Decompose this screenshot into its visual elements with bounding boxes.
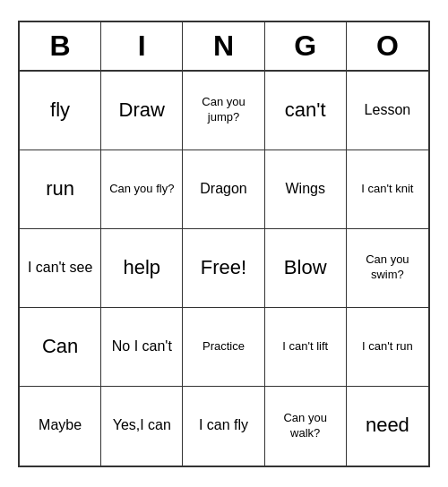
cell-text: Draw [119, 98, 165, 124]
cell-text: run [46, 176, 74, 202]
cell-text: can't [285, 98, 326, 124]
cell-text: Blow [284, 255, 327, 281]
bingo-cell[interactable]: need [347, 387, 428, 466]
cell-text: I can't see [28, 259, 92, 278]
cell-text: Dragon [200, 180, 246, 199]
cell-text: I can't knit [361, 182, 413, 197]
bingo-cell[interactable]: fly [20, 72, 101, 150]
cell-text: help [123, 255, 160, 281]
cell-text: Wings [285, 180, 324, 199]
bingo-cell[interactable]: Wings [265, 150, 347, 229]
bingo-cell[interactable]: Dragon [183, 150, 264, 229]
header-letter: B [20, 22, 101, 70]
bingo-cell[interactable]: Free! [183, 229, 264, 308]
cell-text: I can fly [199, 416, 248, 435]
bingo-cell[interactable]: I can't lift [265, 308, 347, 387]
header-letter: G [265, 22, 347, 70]
bingo-cell[interactable]: Maybe [20, 387, 101, 466]
bingo-header: BINGO [20, 22, 428, 72]
cell-text: Practice [202, 339, 245, 355]
cell-text: Can you swim? [350, 252, 425, 283]
bingo-cell[interactable]: Draw [101, 72, 183, 150]
bingo-cell[interactable]: Can [20, 308, 101, 387]
bingo-cell[interactable]: Can you jump? [183, 72, 264, 150]
cell-text: Free! [201, 255, 246, 281]
bingo-grid: flyDrawCan you jump?can'tLessonrunCan yo… [20, 72, 428, 466]
cell-text: fly [50, 98, 70, 124]
bingo-cell[interactable]: Can you swim? [347, 229, 428, 308]
bingo-card: BINGO flyDrawCan you jump?can'tLessonrun… [18, 21, 430, 467]
bingo-cell[interactable]: Can you walk? [265, 387, 347, 466]
cell-text: Can you fly? [109, 182, 174, 197]
bingo-cell[interactable]: Yes,I can [101, 387, 183, 466]
bingo-cell[interactable]: can't [265, 72, 347, 150]
cell-text: Lesson [365, 101, 411, 120]
bingo-cell[interactable]: I can't knit [347, 150, 428, 229]
bingo-cell[interactable]: Can you fly? [101, 150, 183, 229]
cell-text: Yes,I can [113, 416, 171, 435]
cell-text: Can [42, 334, 78, 360]
bingo-cell[interactable]: I can't run [347, 308, 428, 387]
header-letter: N [183, 22, 264, 70]
bingo-cell[interactable]: No I can't [101, 308, 183, 387]
bingo-cell[interactable]: help [101, 229, 183, 308]
bingo-cell[interactable]: run [20, 150, 101, 229]
bingo-cell[interactable]: Blow [265, 229, 347, 308]
bingo-cell[interactable]: Practice [183, 308, 264, 387]
bingo-cell[interactable]: Lesson [347, 72, 428, 150]
cell-text: I can't lift [282, 339, 328, 355]
cell-text: Maybe [39, 416, 82, 435]
header-letter: O [347, 22, 428, 70]
cell-text: I can't run [362, 339, 413, 355]
cell-text: No I can't [112, 337, 172, 356]
cell-text: Can you walk? [269, 411, 342, 441]
header-letter: I [101, 22, 183, 70]
bingo-cell[interactable]: I can fly [183, 387, 264, 466]
cell-text: Can you jump? [186, 95, 260, 125]
bingo-cell[interactable]: I can't see [20, 229, 101, 308]
cell-text: need [366, 413, 409, 439]
